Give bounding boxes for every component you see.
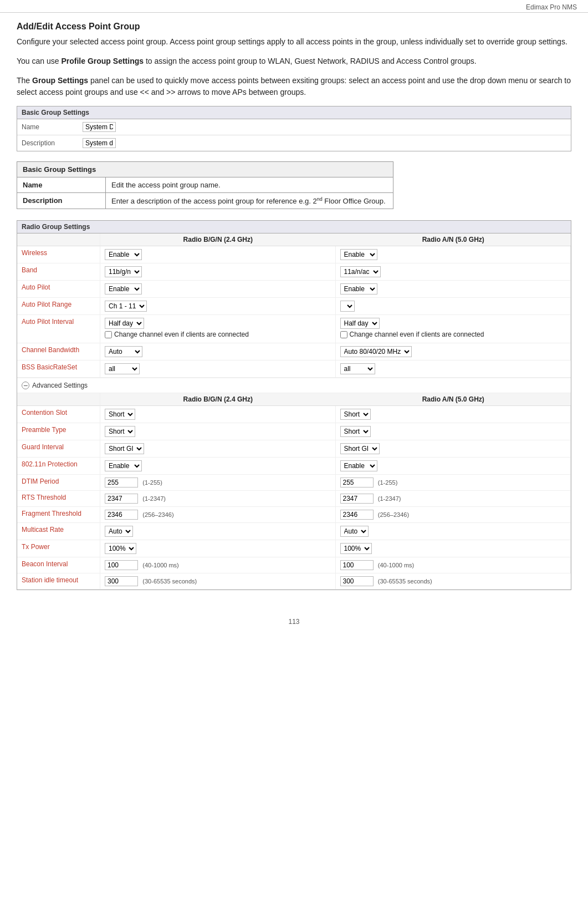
auto-pilot-select-50[interactable]: EnableDisable [340, 283, 377, 294]
dtim-period-cell2: (1-255) [336, 475, 571, 491]
adv-col2-header: Radio A/N (5.0 GHz) [336, 393, 571, 406]
tx-power-select-24[interactable]: 100%75%50%25% [105, 543, 136, 554]
fragment-threshold-cell1: (256–2346) [100, 507, 336, 523]
wireless-select-50[interactable]: EnableDisable [340, 249, 377, 260]
main-content: Add/Edit Access Point Group Configure yo… [0, 22, 588, 612]
guard-interval-cell1: Short GILong GI [100, 440, 336, 458]
contention-slot-cell1: ShortLong [100, 406, 336, 423]
auto-pilot-range-select-24[interactable]: Ch 1 - 11 [105, 301, 147, 312]
multicast-rate-select-24[interactable]: Auto [105, 526, 133, 537]
guard-interval-label: Guard Interval [17, 440, 100, 458]
contention-slot-select-24[interactable]: ShortLong [105, 409, 135, 420]
radio-col-empty [17, 233, 100, 246]
auto-pilot-select-24[interactable]: EnableDisable [105, 283, 142, 294]
guard-interval-select-24[interactable]: Short GILong GI [105, 443, 144, 454]
wireless-cell2: EnableDisable [336, 246, 571, 263]
station-idle-timeout-range-24: (30-65535 seconds) [142, 578, 197, 585]
80211n-protection-label: 802.11n Protection [17, 458, 100, 475]
fragment-threshold-input-24[interactable] [105, 510, 138, 520]
wireless-label: Wireless [17, 246, 100, 263]
fragment-threshold-cell2: (256–2346) [336, 507, 571, 523]
name-field-desc: Edit the access point group name. [106, 177, 393, 193]
desc-input[interactable] [83, 138, 116, 148]
station-idle-timeout-input-50[interactable] [340, 576, 374, 586]
80211n-protection-cell2: EnableDisable [336, 458, 571, 475]
dtim-period-input-24[interactable] [105, 478, 138, 487]
preamble-type-cell1: ShortLong [100, 423, 336, 440]
band-cell2: 11a/n/ac11a/n11a [336, 263, 571, 281]
wireless-cell1: EnableDisable [100, 246, 336, 263]
dtim-period-range-24: (1-255) [142, 479, 162, 486]
name-input[interactable] [83, 122, 116, 132]
contention-slot-select-50[interactable]: ShortLong [340, 409, 371, 420]
channel-bw-label: Channel Bandwidth [17, 343, 100, 360]
basic-group-settings-form: Basic Group Settings Name Description [17, 106, 571, 151]
desc-label: Description [22, 139, 83, 147]
auto-pilot-interval-cell2: Half day1 hour4 hours1 day Change channe… [336, 315, 571, 343]
fragment-threshold-range-50: (256–2346) [378, 511, 409, 518]
fragment-threshold-range-24: (256–2346) [142, 511, 173, 518]
rts-threshold-range-50: (1-2347) [378, 495, 401, 502]
auto-pilot-range-cell1: Ch 1 - 11 [100, 298, 336, 315]
rts-threshold-cell2: (1-2347) [336, 491, 571, 507]
bss-select-24[interactable]: alldefault [105, 363, 140, 374]
auto-pilot-interval-select-50[interactable]: Half day1 hour4 hours1 day [340, 318, 380, 329]
fragment-threshold-input-50[interactable] [340, 510, 374, 520]
rts-threshold-range-24: (1-2347) [142, 495, 166, 502]
fragment-threshold-label: Fragment Threshold [17, 507, 100, 523]
change-channel-label-50: Change channel even if clients are conne… [350, 331, 484, 338]
preamble-type-select-24[interactable]: ShortLong [105, 426, 135, 437]
preamble-type-select-50[interactable]: ShortLong [340, 426, 371, 437]
beacon-interval-input-50[interactable] [340, 560, 374, 570]
rts-threshold-input-50[interactable] [340, 494, 374, 504]
dtim-period-input-50[interactable] [340, 478, 374, 487]
radio-grid: Radio B/G/N (2.4 GHz) Radio A/N (5.0 GHz… [17, 233, 571, 378]
band-select-24[interactable]: 11b/g/n11b/g11n [105, 266, 142, 277]
rts-threshold-input-24[interactable] [105, 494, 138, 504]
app-title: Edimax Pro NMS [526, 3, 577, 11]
auto-pilot-interval-cell1: Half day1 hour4 hours1 day Change channe… [100, 315, 336, 343]
change-channel-checkbox-24[interactable] [105, 331, 112, 338]
tx-power-select-50[interactable]: 100%75%50%25% [340, 543, 372, 554]
table-row: Description Enter a description of the a… [17, 193, 393, 209]
name-label: Name [22, 123, 83, 131]
channel-bw-select-24[interactable]: Auto20 MHz40 MHz [105, 346, 142, 357]
band-select-50[interactable]: 11a/n/ac11a/n11a [340, 266, 381, 277]
page-title: Add/Edit Access Point Group [17, 22, 571, 32]
channel-bw-cell1: Auto20 MHz40 MHz [100, 343, 336, 360]
desc-table-header: Basic Group Settings [17, 162, 393, 177]
page-number: 113 [288, 618, 299, 626]
advanced-settings-toggle[interactable]: − Advanced Settings [17, 378, 571, 393]
bss-select-50[interactable]: alldefault [340, 363, 375, 374]
bss-label: BSS BasicRateSet [17, 360, 100, 378]
advanced-settings-grid: Radio B/G/N (2.4 GHz) Radio A/N (5.0 GHz… [17, 393, 571, 590]
bss-cell1: alldefault [100, 360, 336, 378]
tx-power-cell1: 100%75%50%25% [100, 540, 336, 557]
intro-paragraph-1: Configure your selected access point gro… [17, 36, 571, 48]
auto-pilot-interval-select-24[interactable]: Half day1 hour4 hours1 day [105, 318, 144, 329]
multicast-rate-select-50[interactable]: Auto [340, 526, 369, 537]
wireless-select-24[interactable]: EnableDisable [105, 249, 142, 260]
intro-paragraph-3: The Group Settings panel can be used to … [17, 75, 571, 98]
band-label: Band [17, 263, 100, 281]
radio-box-header: Radio Group Settings [17, 221, 571, 233]
multicast-rate-label: Multicast Rate [17, 523, 100, 540]
advanced-settings-label: Advanced Settings [32, 382, 88, 389]
beacon-interval-cell1: (40-1000 ms) [100, 557, 336, 573]
name-field-label: Name [17, 177, 106, 193]
change-channel-checkbox-row-50: Change channel even if clients are conne… [340, 329, 566, 340]
bss-cell2: alldefault [336, 360, 571, 378]
page-footer: 113 [0, 612, 588, 631]
auto-pilot-range-select-50[interactable] [340, 301, 355, 312]
channel-bw-select-50[interactable]: Auto 80/40/20 MHz80 MHz40 MHz20 MHz [340, 346, 412, 357]
station-idle-timeout-cell2: (30-65535 seconds) [336, 573, 571, 590]
change-channel-checkbox-50[interactable] [340, 331, 347, 338]
80211n-protection-select-50[interactable]: EnableDisable [340, 460, 377, 471]
channel-bw-cell2: Auto 80/40/20 MHz80 MHz40 MHz20 MHz [336, 343, 571, 360]
multicast-rate-cell2: Auto [336, 523, 571, 540]
station-idle-timeout-input-24[interactable] [105, 576, 138, 586]
guard-interval-select-50[interactable]: Short GILong GI [340, 443, 380, 454]
80211n-protection-select-24[interactable]: EnableDisable [105, 460, 142, 471]
beacon-interval-input-24[interactable] [105, 560, 138, 570]
tx-power-cell2: 100%75%50%25% [336, 540, 571, 557]
